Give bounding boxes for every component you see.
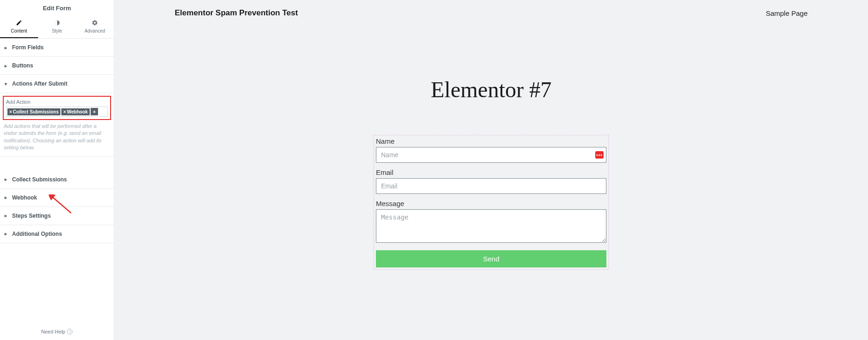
field-message: Message bbox=[376, 200, 606, 245]
name-label: Name bbox=[376, 137, 606, 145]
need-help-label: Need Help bbox=[41, 329, 66, 334]
editor-sidebar: Edit Form Content Style Advanced ▸ Form … bbox=[0, 0, 114, 340]
section-label: Webhook bbox=[12, 194, 37, 201]
section-label: Additional Options bbox=[12, 231, 62, 237]
site-title[interactable]: Elementor Spam Prevention Test bbox=[175, 8, 298, 18]
section-buttons[interactable]: ▸ Buttons bbox=[0, 57, 114, 75]
section-spacer bbox=[0, 157, 114, 171]
section-label: Form Fields bbox=[12, 44, 44, 51]
message-label: Message bbox=[376, 200, 606, 207]
extension-icon[interactable]: ••• bbox=[595, 151, 604, 159]
action-tag-webhook[interactable]: × Webhook bbox=[61, 108, 90, 115]
email-label: Email bbox=[376, 168, 606, 176]
remove-tag-icon[interactable]: × bbox=[63, 109, 66, 114]
section-label: Collect Submissions bbox=[12, 176, 67, 183]
tag-label: Collect Submissions bbox=[13, 109, 59, 114]
section-additional-options[interactable]: ▸ Additional Options bbox=[0, 225, 114, 243]
section-label: Actions After Submit bbox=[12, 80, 67, 87]
caret-right-icon: ▸ bbox=[5, 177, 9, 182]
preview-topbar: Elementor Spam Prevention Test Sample Pa… bbox=[114, 0, 868, 23]
tag-label: Webhook bbox=[67, 109, 88, 114]
caret-right-icon: ▸ bbox=[5, 195, 9, 200]
form-widget[interactable]: Name ••• Email Message Send bbox=[374, 135, 609, 270]
action-tag-collect-submissions[interactable]: × Collect Submissions bbox=[7, 108, 60, 115]
message-input[interactable] bbox=[376, 209, 606, 243]
add-action-label: Add Action bbox=[6, 99, 108, 105]
submit-button[interactable]: Send bbox=[376, 250, 606, 267]
caret-down-icon: ▾ bbox=[5, 81, 9, 87]
pencil-icon bbox=[15, 19, 23, 27]
remove-tag-icon[interactable]: × bbox=[9, 109, 12, 114]
nav-sample-page[interactable]: Sample Page bbox=[766, 9, 808, 17]
editor-tabs: Content Style Advanced bbox=[0, 14, 114, 39]
name-input[interactable] bbox=[376, 147, 606, 163]
email-input[interactable] bbox=[376, 178, 606, 194]
section-collect-submissions[interactable]: ▸ Collect Submissions bbox=[0, 171, 114, 189]
need-help-link[interactable]: Need Help ? bbox=[0, 323, 114, 340]
gear-icon bbox=[91, 19, 99, 27]
add-action-helper: Add actions that will be performed after… bbox=[3, 123, 111, 152]
style-icon bbox=[53, 19, 61, 27]
section-form-fields[interactable]: ▸ Form Fields bbox=[0, 39, 114, 57]
tab-label: Style bbox=[52, 28, 62, 33]
action-tags-input[interactable]: × Collect Submissions × Webhook + bbox=[6, 107, 108, 117]
add-action-button[interactable]: + bbox=[91, 108, 98, 115]
caret-right-icon: ▸ bbox=[5, 213, 9, 218]
tab-style[interactable]: Style bbox=[38, 14, 76, 38]
field-name: Name ••• bbox=[376, 137, 606, 163]
add-action-highlight: Add Action × Collect Submissions × Webho… bbox=[3, 96, 111, 120]
caret-right-icon: ▸ bbox=[5, 63, 9, 68]
section-label: Steps Settings bbox=[12, 213, 51, 219]
preview-area: Elementor Spam Prevention Test Sample Pa… bbox=[114, 0, 868, 340]
field-email: Email bbox=[376, 168, 606, 194]
caret-right-icon: ▸ bbox=[5, 45, 9, 50]
help-icon: ? bbox=[67, 329, 72, 334]
page-title: Elementor #7 bbox=[114, 77, 868, 102]
actions-after-submit-body: Add Action × Collect Submissions × Webho… bbox=[0, 93, 114, 157]
tab-label: Advanced bbox=[85, 28, 105, 33]
caret-right-icon: ▸ bbox=[5, 231, 9, 236]
section-label: Buttons bbox=[12, 62, 33, 69]
section-steps-settings[interactable]: ▸ Steps Settings bbox=[0, 207, 114, 225]
sidebar-title: Edit Form bbox=[0, 0, 114, 14]
tab-label: Content bbox=[11, 28, 27, 33]
section-actions-after-submit[interactable]: ▾ Actions After Submit bbox=[0, 75, 114, 93]
tab-content[interactable]: Content bbox=[0, 14, 38, 38]
section-webhook[interactable]: ▸ Webhook bbox=[0, 189, 114, 207]
tab-advanced[interactable]: Advanced bbox=[76, 14, 114, 38]
